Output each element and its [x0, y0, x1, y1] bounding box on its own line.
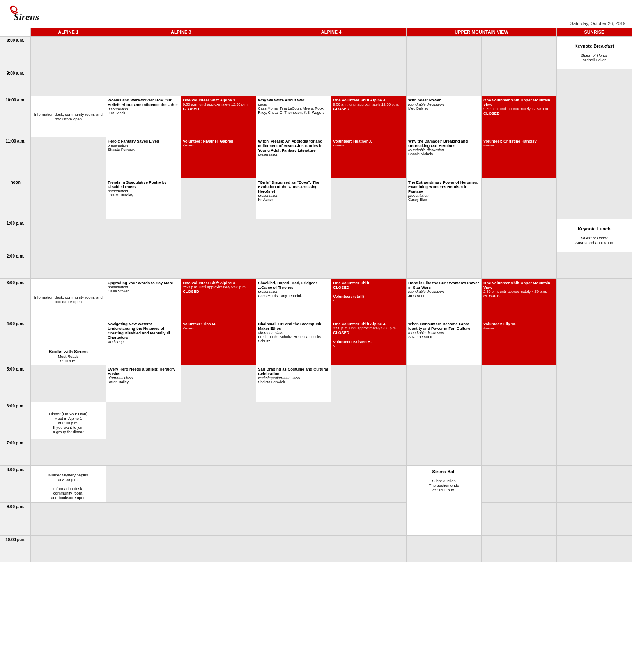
time-9am: 9:00 a.m. — [0, 69, 31, 96]
wolves-title: Wolves and Werewolves: How Our Beliefs A… — [108, 98, 179, 107]
cell-10am-alpine4-vol: One Volunteer Shift Alpine 4 9:50 a.m. u… — [331, 96, 407, 137]
cell-8am-alpine3b — [181, 37, 256, 69]
cell-1pm-alpine3b — [181, 219, 256, 252]
cell-10pm-upper-b — [482, 536, 557, 562]
vol-upper-1-status: CLOSED — [483, 111, 555, 115]
trends-title: Trends in Speculative Poetry by Disabled… — [108, 180, 179, 189]
cell-9am-alpine1 — [31, 69, 106, 96]
cell-7pm-alpine4a — [256, 439, 331, 466]
cell-4pm-alpine3-navigating: Navigating New Waters: Understanding the… — [106, 320, 181, 365]
cell-10am-alpine3-wolves: Wolves and Werewolves: How Our Beliefs A… — [106, 96, 181, 137]
vol-alpine3-2-time: 2:50 p.m. until approximately 5:50 p.m. — [183, 285, 254, 289]
why-write-war-type: panel — [258, 102, 329, 106]
vol-upper-2-status: CLOSED — [483, 294, 555, 298]
cell-6pm-alpine3b — [181, 402, 256, 439]
cell-6pm-upper-a — [407, 402, 482, 439]
cell-noon-alpine4-girls: "Girls" Disguised as "Boys": The Evoluti… — [256, 178, 331, 219]
cell-8pm-alpine4b — [331, 466, 407, 503]
heroic-presenter: Shaista Fenwick — [108, 147, 179, 152]
col-header-sunrise: SUNRISE — [556, 28, 632, 37]
cell-8am-alpine1 — [31, 37, 106, 69]
cell-4pm-alpine4-chainmail: Chainmail 101 and the Steampunk Maker Et… — [256, 320, 331, 365]
vol-kristen-arrow: <------- — [333, 344, 404, 348]
cell-9pm-sunrise — [556, 503, 632, 536]
keynote-lunch-cell: Keynote Lunch Guest of Honor Ausma Zehan… — [556, 219, 632, 252]
row-3pm: 3:00 p.m. Information desk, community ro… — [0, 279, 632, 320]
cell-9pm-alpine3a — [106, 503, 181, 536]
vol-alpine3-1-status: CLOSED — [183, 106, 254, 111]
witch-please-title: Witch, Please: An Apologia for and Indic… — [258, 139, 329, 152]
col-header-alpine3: ALPINE 3 — [106, 28, 256, 37]
cell-2pm-upper-a — [407, 252, 482, 279]
with-great-power-type: roundtable discussion — [408, 102, 480, 106]
cell-5pm-alpine4-sari: Sari Draping as Costume and Cultural Cel… — [256, 365, 331, 402]
row-7pm: 7:00 p.m. — [0, 439, 632, 466]
cell-7pm-alpine3a — [106, 439, 181, 466]
cell-11am-alpine4-witch: Witch, Please: An Apologia for and Indic… — [256, 137, 331, 178]
vol-alpine4-1-status: CLOSED — [333, 106, 404, 111]
schedule-page: Sirens Saturday, October 26, 2019 ALPINE… — [0, 0, 632, 672]
cell-1pm-alpine4b — [331, 219, 407, 252]
heroic-title: Heroic Fantasy Saves Lives — [108, 139, 179, 143]
vol-lily-arrow: <------- — [483, 326, 555, 330]
time-10pm: 10:00 p.m. — [0, 536, 31, 562]
vol-tina-arrow: <------- — [183, 326, 254, 330]
cell-9am-alpine3a — [106, 69, 181, 96]
cell-10pm-alpine3a — [106, 536, 181, 562]
hope-like-sun-title: Hope is Like the Sun: Women's Power in S… — [408, 281, 480, 290]
vol-heather-name: Volunteer: Heather J. — [333, 139, 404, 143]
cell-5pm-upper-b — [482, 365, 557, 402]
vol-staff-arrow: <------- — [333, 299, 404, 303]
vol-alpine4-2-title: One Volunteer Shift Alpine 4 — [333, 322, 404, 326]
cell-1pm-alpine4a — [256, 219, 331, 252]
cell-8am-alpine4b — [331, 37, 407, 69]
cell-7pm-alpine1 — [31, 439, 106, 466]
vol-staff-name: Volunteer: (staff) — [333, 294, 404, 299]
cell-9am-alpine4a — [256, 69, 331, 96]
row-4pm: 4:00 p.m. Books with Sirens Must Reads 5… — [0, 320, 632, 365]
cell-6pm-sunrise — [556, 402, 632, 439]
sirens-ball-detail1: Silent Auction — [410, 479, 478, 483]
cell-5pm-alpine3b — [181, 365, 256, 402]
heroic-type: presentation — [108, 143, 179, 147]
books-with-sirens-detail: Must Reads — [32, 354, 104, 359]
cell-7pm-sunrise — [556, 439, 632, 466]
vol-lily-name: Volunteer: Lily W. — [483, 322, 555, 326]
books-with-sirens-time: 5:00 p.m. — [32, 359, 104, 363]
cell-2pm-upper-b — [482, 252, 557, 279]
cell-2pm-alpine4a — [256, 252, 331, 279]
keynote-breakfast-sub: Guest of Honor — [558, 53, 630, 58]
cell-noon-upper-extraordinary: The Extraordinary Power of Heroines: Exa… — [407, 178, 482, 219]
cell-6pm-alpine3a — [106, 402, 181, 439]
keynote-breakfast-title: Keynote Breakfast — [558, 44, 630, 48]
keynote-lunch-title: Keynote Lunch — [558, 226, 630, 231]
cell-8pm-sunrise — [556, 466, 632, 503]
when-consumers-presenter: Suzanne Scott — [408, 335, 480, 339]
time-1pm: 1:00 p.m. — [0, 219, 31, 252]
time-7pm: 7:00 p.m. — [0, 439, 31, 466]
cell-1pm-alpine1 — [31, 219, 106, 252]
keynote-breakfast-cell: Keynote Breakfast Guest of Honor Mishell… — [556, 37, 632, 69]
sirens-ball-detail3: at 10:00 p.m. — [410, 488, 478, 492]
cell-8am-upper-a — [407, 37, 482, 69]
cell-noon-alpine1 — [31, 178, 106, 219]
cell-10pm-alpine3b — [181, 536, 256, 562]
cell-7pm-upper-b — [482, 439, 557, 466]
why-damage-type: roundtable discussion — [408, 148, 480, 152]
cell-10am-sunrise — [556, 96, 632, 137]
row-8am: 8:00 a.m. Keynote Breakfast Guest of Hon… — [0, 37, 632, 69]
shackled-title: Shackled, Raped, Mad, Fridged: ...Game o… — [258, 281, 329, 290]
vol-upper-1-time: 9:50 a.m. until approximately 12:50 p.m. — [483, 107, 555, 111]
cell-2pm-alpine3a — [106, 252, 181, 279]
cell-3pm-alpine3-upgrading: Upgrading Your Words to Say More present… — [106, 279, 181, 320]
cell-3pm-sunrise — [556, 279, 632, 320]
time-6pm: 6:00 p.m. — [0, 402, 31, 439]
cell-10am-upper-vol: One Volunteer Shift Upper Mountain View … — [482, 96, 557, 137]
navigating-type: workshop — [108, 340, 179, 344]
wolves-presenter: S.M. Mack — [108, 111, 179, 115]
col-header-upper: UPPER MOUNTAIN VIEW — [407, 28, 557, 37]
row-1pm: 1:00 p.m. Keynote Lunch Guest of Honor A… — [0, 219, 632, 252]
cell-7pm-upper-a — [407, 439, 482, 466]
cell-noon-alpine4b — [331, 178, 407, 219]
cell-3pm-alpine4-vol-closed: One Volunteer Shift CLOSED Volunteer: (s… — [331, 279, 407, 320]
